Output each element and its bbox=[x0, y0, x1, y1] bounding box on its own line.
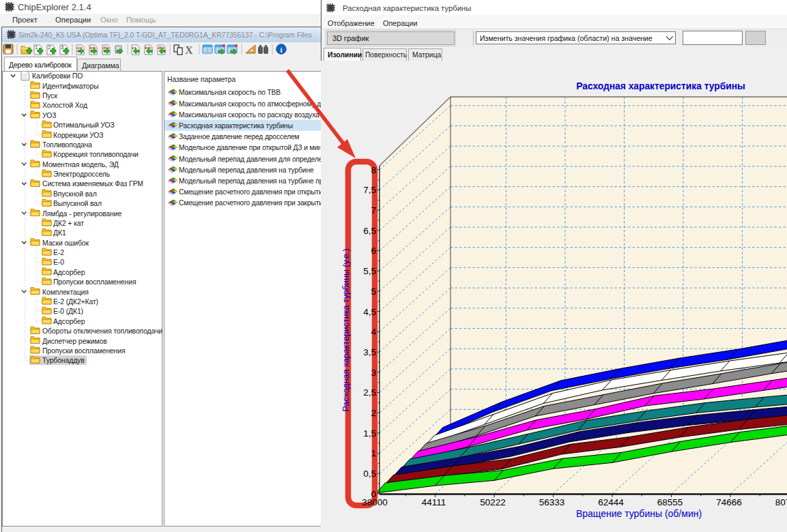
svg-text:Коррекция топливоподачи: Коррекция топливоподачи bbox=[53, 151, 139, 158]
svg-text:Комплектация: Комплектация bbox=[42, 289, 89, 296]
svg-text:ДК1: ДК1 bbox=[53, 229, 66, 237]
svg-text:Идентификаторы: Идентификаторы bbox=[42, 83, 99, 90]
svg-text:2: 2 bbox=[48, 44, 51, 50]
svg-text:Название параметра: Название параметра bbox=[167, 76, 236, 83]
svg-text:Адсорбер: Адсорбер bbox=[53, 269, 85, 276]
svg-text:Е-0: Е-0 bbox=[53, 258, 64, 266]
svg-text:i: i bbox=[281, 46, 283, 54]
svg-text:Смещение расчетного давления п: Смещение расчетного давления при открыти… bbox=[179, 188, 322, 196]
svg-text:Маски ошибок: Маски ошибок bbox=[42, 239, 89, 247]
svg-text:Топливоподача: Топливоподача bbox=[42, 141, 92, 149]
svg-text:Е-0 (ДК1): Е-0 (ДК1) bbox=[53, 308, 83, 315]
svg-text:Впускной вал: Впускной вал bbox=[53, 190, 97, 198]
svg-text:Максимальная скорость по расхо: Максимальная скорость по расходу воздуха bbox=[179, 111, 319, 119]
svg-text:X: X bbox=[185, 44, 193, 56]
svg-text:Холостой Ход: Холостой Ход bbox=[42, 102, 87, 109]
svg-text:Максимальная скорость по ТВВ: Максимальная скорость по ТВВ bbox=[179, 89, 281, 96]
svg-text:Пропуски воспламенения: Пропуски воспламенения bbox=[53, 278, 136, 286]
svg-text:Обороты отключения топливопода: Обороты отключения топливоподачи bbox=[42, 327, 162, 335]
svg-text:Заданное давление перед дроссе: Заданное давление перед дросселем bbox=[179, 133, 300, 141]
svg-text:Модельный перепад давления для: Модельный перепад давления для определен bbox=[179, 156, 322, 163]
svg-text:ДК2 + кат: ДК2 + кат bbox=[53, 220, 84, 227]
svg-text:Расходная характеристика турби: Расходная характеристика турбины bbox=[179, 122, 293, 130]
svg-text:Система изменяемых Фаз ГРМ: Система изменяемых Фаз ГРМ bbox=[42, 180, 143, 188]
svg-text:3: 3 bbox=[61, 44, 63, 50]
svg-text:Модельное давление при открыто: Модельное давление при открытой ДЗ и мин… bbox=[179, 144, 322, 151]
svg-text:УОЗ: УОЗ bbox=[42, 112, 56, 119]
svg-text:1: 1 bbox=[35, 44, 38, 50]
svg-text:Турбонаддув: Турбонаддув bbox=[42, 357, 85, 364]
svg-text:Электродроссель: Электродроссель bbox=[53, 171, 110, 178]
svg-text:Пропуски воспламенения: Пропуски воспламенения bbox=[42, 347, 125, 355]
svg-text:bin: bin bbox=[145, 46, 152, 50]
svg-text:Выпускной вал: Выпускной вал bbox=[53, 200, 102, 207]
svg-text:Калибровки ПО: Калибровки ПО bbox=[32, 72, 83, 80]
svg-text:Пуск: Пуск bbox=[42, 92, 57, 100]
svg-text:bin: bin bbox=[90, 46, 96, 50]
svg-text:Е-2 (ДК2+Кат): Е-2 (ДК2+Кат) bbox=[53, 298, 98, 306]
svg-text:Адсорбер: Адсорбер bbox=[53, 318, 85, 325]
svg-text:Диспетчер режимов: Диспетчер режимов bbox=[42, 338, 107, 345]
svg-text:Модельный перепад давления на: Модельный перепад давления на турбине bbox=[179, 166, 314, 174]
svg-text:Оптимальный УОЗ: Оптимальный УОЗ bbox=[53, 121, 115, 129]
svg-text:Коррекции УОЗ: Коррекции УОЗ bbox=[53, 132, 103, 139]
svg-text:Е-2: Е-2 bbox=[53, 249, 64, 256]
svg-text:Максимальная скорость по атмос: Максимальная скорость по атмосферному да… bbox=[179, 100, 322, 108]
svg-text:Смещение расчетного давления п: Смещение расчетного давления при закрыти… bbox=[179, 199, 322, 207]
svg-text:Лямбда - регулирование: Лямбда - регулирование bbox=[42, 210, 121, 218]
svg-text:dta: dta bbox=[103, 46, 110, 50]
svg-text:Модельный перепад давления на: Модельный перепад давления на турбине пр… bbox=[179, 177, 322, 185]
svg-text:Моментная модель, ЭД: Моментная модель, ЭД bbox=[42, 161, 119, 168]
